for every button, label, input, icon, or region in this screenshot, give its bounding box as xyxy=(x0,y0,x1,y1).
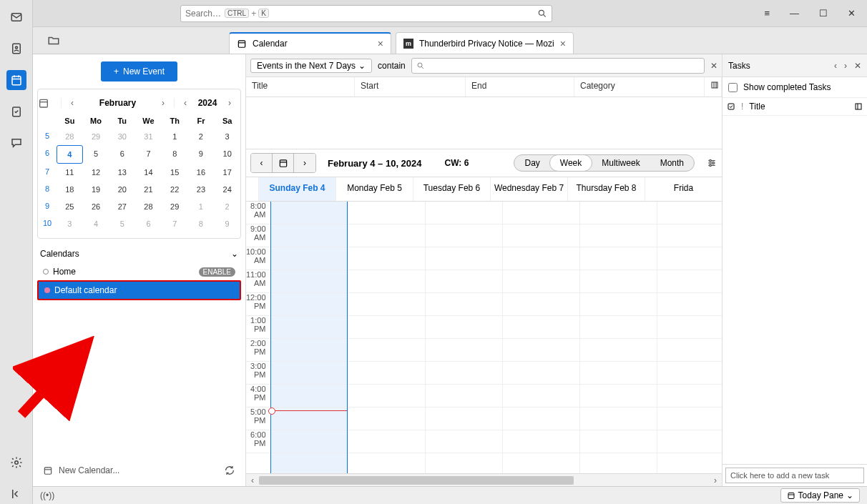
minical-day[interactable]: 13 xyxy=(109,164,135,181)
time-slot[interactable] xyxy=(348,316,425,339)
time-slot[interactable] xyxy=(657,224,722,247)
tab-close-icon[interactable]: × xyxy=(378,38,383,49)
time-slot[interactable] xyxy=(657,407,722,430)
refresh-icon[interactable] xyxy=(224,465,235,476)
time-slot[interactable] xyxy=(426,247,502,270)
minical-day[interactable]: 4 xyxy=(83,215,109,232)
time-slot[interactable] xyxy=(426,385,502,407)
minical-day[interactable]: 29 xyxy=(83,128,109,145)
nav-today-button[interactable] xyxy=(273,154,294,172)
minical-day[interactable]: 16 xyxy=(188,164,215,181)
tab-calendar[interactable]: Calendar × xyxy=(229,32,391,54)
time-slot[interactable] xyxy=(503,247,579,270)
minical-day[interactable]: 20 xyxy=(109,181,135,198)
time-slot[interactable] xyxy=(503,316,579,339)
tasks-prev-icon[interactable]: ‹ xyxy=(834,61,837,71)
column-picker-icon[interactable] xyxy=(705,77,722,97)
time-slot[interactable] xyxy=(426,430,502,453)
minical-day[interactable]: 29 xyxy=(162,198,188,215)
collapse-icon[interactable] xyxy=(6,484,26,504)
time-slot[interactable] xyxy=(580,339,657,362)
time-slot[interactable] xyxy=(348,270,425,293)
settings-icon[interactable] xyxy=(6,453,26,473)
minical-day[interactable]: 17 xyxy=(214,164,240,181)
weekday-header[interactable]: Wednesday Feb 7 xyxy=(490,177,567,201)
time-slot[interactable] xyxy=(426,224,502,247)
time-slot[interactable] xyxy=(580,316,657,339)
calendar-item-default[interactable]: Default calendar xyxy=(37,280,241,300)
minical-day[interactable]: 12 xyxy=(83,164,109,181)
time-slot[interactable] xyxy=(503,293,579,316)
view-week-button[interactable]: Week xyxy=(549,154,592,172)
tasks-icon[interactable] xyxy=(6,102,26,122)
time-slot[interactable] xyxy=(503,430,579,453)
calendar-icon[interactable] xyxy=(6,70,26,90)
minical-day[interactable]: 11 xyxy=(57,164,83,181)
time-slot[interactable] xyxy=(503,339,579,362)
weekday-header[interactable]: Monday Feb 5 xyxy=(335,177,413,201)
tab-privacy[interactable]: m Thunderbird Privacy Notice — Mozi × xyxy=(396,32,574,54)
minical-day[interactable]: 22 xyxy=(162,181,188,198)
time-slot[interactable] xyxy=(657,202,722,224)
time-slot[interactable] xyxy=(271,430,347,453)
time-slot[interactable] xyxy=(580,407,657,430)
time-slot[interactable] xyxy=(426,270,502,293)
time-slot[interactable] xyxy=(271,316,347,339)
minical-day[interactable]: 10 xyxy=(214,145,240,164)
time-slot[interactable] xyxy=(271,224,347,247)
time-slot[interactable] xyxy=(426,339,502,362)
minical-day[interactable]: 15 xyxy=(162,164,188,181)
time-slot[interactable] xyxy=(348,202,425,224)
tab-close-icon[interactable]: × xyxy=(560,38,566,49)
time-slot[interactable] xyxy=(426,316,502,339)
show-completed-checkbox[interactable] xyxy=(728,83,738,92)
time-slot[interactable] xyxy=(348,293,425,316)
minical-day[interactable]: 1 xyxy=(188,198,215,215)
minical-day[interactable]: 6 xyxy=(135,215,162,232)
scroll-right-icon[interactable]: › xyxy=(709,475,722,485)
minical-day[interactable]: 28 xyxy=(57,128,83,145)
app-menu-icon[interactable]: ≡ xyxy=(764,8,770,19)
minical-day[interactable]: 28 xyxy=(135,198,162,215)
minical-day[interactable]: 2 xyxy=(214,198,240,215)
time-slot[interactable] xyxy=(271,247,347,270)
events-col-category[interactable]: Category xyxy=(574,77,705,97)
minical-day[interactable]: 1 xyxy=(162,128,188,145)
minical-day[interactable]: 5 xyxy=(83,145,109,164)
weekday-header[interactable]: Thursday Feb 8 xyxy=(567,177,645,201)
time-slot[interactable] xyxy=(657,385,722,407)
task-done-col-icon[interactable] xyxy=(727,102,735,111)
minical-day[interactable]: 9 xyxy=(188,145,215,164)
minical-day[interactable]: 8 xyxy=(162,145,188,164)
time-slot[interactable] xyxy=(657,316,722,339)
time-slot[interactable] xyxy=(503,270,579,293)
time-slot[interactable] xyxy=(348,362,425,385)
next-year-button[interactable]: › xyxy=(219,98,240,108)
events-range-dropdown[interactable]: Events in the Next 7 Days ⌄ xyxy=(250,59,372,73)
time-slot[interactable] xyxy=(271,362,347,385)
time-slot[interactable] xyxy=(657,247,722,270)
global-search[interactable]: Search… CTRL + K xyxy=(180,5,552,22)
time-slot[interactable] xyxy=(348,224,425,247)
minical-day[interactable]: 26 xyxy=(83,198,109,215)
time-slot[interactable] xyxy=(580,362,657,385)
time-slot[interactable] xyxy=(271,293,347,316)
calendars-header[interactable]: Calendars ⌄ xyxy=(37,239,241,263)
new-event-button[interactable]: + New Event xyxy=(101,61,177,81)
addressbook-icon[interactable] xyxy=(6,39,26,59)
time-slot[interactable] xyxy=(657,293,722,316)
weekday-header[interactable]: Frida xyxy=(645,177,722,201)
nav-next-button[interactable]: › xyxy=(294,154,315,172)
time-slot[interactable] xyxy=(271,202,347,224)
time-slot[interactable] xyxy=(503,362,579,385)
task-priority-col-icon[interactable]: ! xyxy=(741,102,743,112)
mail-icon[interactable] xyxy=(6,7,26,27)
time-slot[interactable] xyxy=(580,247,657,270)
time-slot[interactable] xyxy=(426,362,502,385)
time-slot[interactable] xyxy=(348,385,425,407)
minical-day[interactable]: 3 xyxy=(57,215,83,232)
minical-day[interactable]: 21 xyxy=(135,181,162,198)
view-multiweek-button[interactable]: Multiweek xyxy=(592,155,650,171)
chat-icon[interactable] xyxy=(6,133,26,153)
maximize-icon[interactable]: ☐ xyxy=(819,8,828,19)
